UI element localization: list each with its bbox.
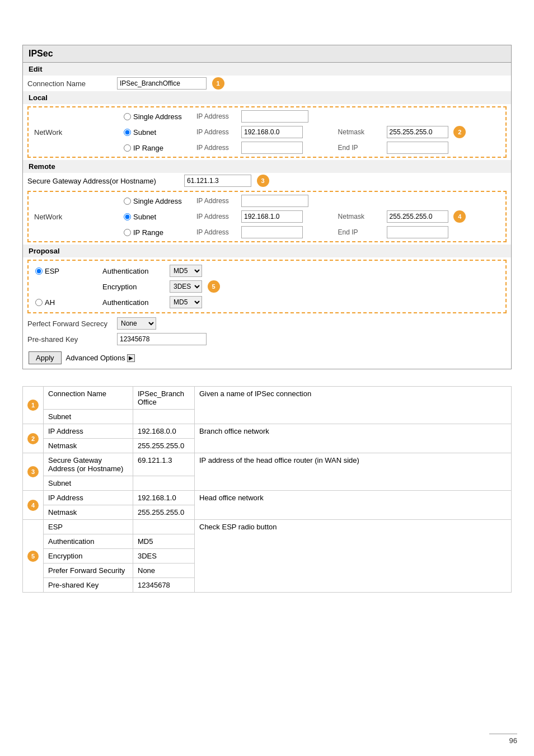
ref-field-desc: IP address of the head office router (in… [195, 453, 512, 491]
local-netmask-input[interactable] [387, 126, 448, 138]
local-single-ip-input[interactable] [241, 110, 308, 123]
ref-table-row: 4IP Address192.168.1.0Head office networ… [23, 491, 512, 505]
ah-label: AH [45, 298, 55, 307]
badge-3: 3 [257, 175, 269, 187]
remote-netmask-label: Netmask [335, 209, 382, 224]
local-subnet-radio[interactable] [124, 129, 131, 136]
section-edit: Edit [23, 63, 511, 76]
remote-subnet-radio[interactable] [124, 213, 131, 220]
secure-gateway-label: Secure Gateway Address(or Hostname) [23, 173, 180, 189]
remote-iprange-radio[interactable] [124, 229, 131, 236]
ref-field-value: 192.168.0.0 [133, 424, 195, 439]
ref-field-name: Prefer Forward Security [44, 564, 133, 578]
ref-badge: 1 [27, 400, 39, 411]
auth-label-esp: Authentication [98, 263, 165, 279]
remote-endip-input[interactable] [387, 226, 448, 238]
esp-row: ESP Authentication MD5 SHA1 [31, 263, 503, 279]
esp-radio[interactable] [35, 267, 43, 275]
ref-field-name: ESP [44, 520, 133, 534]
local-iprange-radio[interactable] [124, 144, 131, 152]
ah-radio[interactable] [35, 299, 43, 306]
ref-field-value: 192.168.1.0 [133, 491, 195, 505]
local-subnet-ip-label: IP Address [192, 124, 237, 140]
remote-single-ip-input[interactable] [241, 195, 308, 207]
ref-table-row: 2IP Address192.168.0.0Branch office netw… [23, 424, 512, 439]
advanced-options-arrow-icon: ▶ [127, 354, 135, 362]
local-network-label: NetWork [30, 109, 119, 156]
ref-field-value [133, 410, 195, 424]
local-single-address-label: Single Address [133, 112, 182, 121]
ref-field-value: 255.255.255.0 [133, 505, 195, 520]
encryption-select[interactable]: 3DES AES DES [170, 280, 202, 293]
footer-row: Apply Advanced Options ▶ [23, 347, 511, 369]
remote-subnet-ip-input[interactable] [241, 210, 303, 223]
ref-field-value: 12345678 [133, 578, 195, 593]
badge-2: 2 [453, 126, 466, 138]
auth-select-esp[interactable]: MD5 SHA1 [170, 265, 202, 277]
section-proposal: Proposal [23, 245, 511, 257]
auth-label-ah: Authentication [98, 294, 165, 310]
remote-range-ip-input[interactable] [241, 226, 303, 238]
pfs-row: Perfect Forward Secrecy None Group 1 Gro… [23, 316, 511, 331]
ref-field-desc: Given a name of IPSec connection [195, 387, 512, 424]
reference-table-wrap: 1Connection NameIPSec_Branch OfficeGiven… [22, 386, 512, 593]
proposal-section: ESP Authentication MD5 SHA1 Encryption [27, 260, 507, 313]
ref-field-value: 69.121.1.3 [133, 453, 195, 476]
local-single-ip-label: IP Address [192, 109, 237, 124]
local-endip-label: End IP [335, 140, 382, 156]
ref-field-value [133, 520, 195, 534]
remote-network-label: NetWork [30, 193, 119, 240]
connection-name-input[interactable] [117, 77, 207, 90]
ref-field-name: Connection Name [44, 387, 133, 410]
remote-endip-label: End IP [335, 224, 382, 240]
esp-label: ESP [45, 267, 59, 275]
remote-single-address-label: Single Address [133, 197, 182, 205]
pfs-select[interactable]: None Group 1 Group 2 [117, 317, 156, 330]
local-range-ip-label: IP Address [192, 140, 237, 156]
ref-field-name: IP Address [44, 491, 133, 505]
ref-field-desc: Branch office network [195, 424, 512, 453]
local-subnet-ip-input[interactable] [241, 126, 303, 138]
connection-name-row: Connection Name 1 [23, 76, 511, 91]
remote-subnet-ip-label: IP Address [192, 209, 237, 224]
ref-badge: 3 [27, 466, 39, 477]
ref-field-value [133, 476, 195, 491]
preshared-key-input[interactable] [117, 333, 207, 345]
advanced-options-label: Advanced Options [66, 354, 125, 362]
remote-iprange-label: IP Range [133, 228, 163, 237]
advanced-options-link[interactable]: Advanced Options ▶ [66, 354, 135, 362]
panel-title: IPSec [23, 45, 511, 63]
reference-table: 1Connection NameIPSec_Branch OfficeGiven… [22, 386, 512, 593]
preshared-key-label: Pre-shared Key [23, 331, 113, 347]
remote-single-ip-label: IP Address [192, 193, 237, 209]
remote-single-address-radio[interactable] [124, 198, 131, 205]
section-remote: Remote [23, 160, 511, 173]
ref-field-value: IPSec_Branch Office [133, 387, 195, 410]
secure-gateway-input[interactable] [184, 175, 251, 187]
ref-field-value: MD5 [133, 534, 195, 549]
section-local: Local [23, 91, 511, 104]
apply-button[interactable]: Apply [29, 351, 62, 364]
ref-field-name: Secure Gateway Address (or Hostname) [44, 453, 133, 476]
encryption-label: Encryption [98, 279, 165, 294]
local-single-address-radio[interactable] [124, 113, 131, 120]
ref-badge: 5 [27, 551, 39, 562]
auth-select-ah[interactable]: MD5 SHA1 [170, 296, 202, 308]
ref-field-name: Subnet [44, 410, 133, 424]
local-range-ip-input[interactable] [241, 142, 303, 154]
ref-table-row: 1Connection NameIPSec_Branch OfficeGiven… [23, 387, 512, 410]
ref-badge-cell: 5 [23, 520, 44, 593]
badge-4: 4 [453, 210, 466, 223]
local-endip-input[interactable] [387, 142, 448, 154]
ref-field-desc: Check ESP radio button [195, 520, 512, 593]
ref-field-value: None [133, 564, 195, 578]
preshared-key-row: Pre-shared Key [23, 331, 511, 347]
ref-field-desc: Head office network [195, 491, 512, 520]
ref-field-name: IP Address [44, 424, 133, 439]
ref-field-name: Netmask [44, 505, 133, 520]
remote-subnet-label: Subnet [133, 213, 156, 221]
ref-badge: 4 [27, 500, 39, 511]
remote-netmask-input[interactable] [387, 210, 448, 223]
ipsec-panel: IPSec Edit Connection Name 1 Local NetWo… [22, 45, 512, 369]
ref-badge-cell: 1 [23, 387, 44, 424]
